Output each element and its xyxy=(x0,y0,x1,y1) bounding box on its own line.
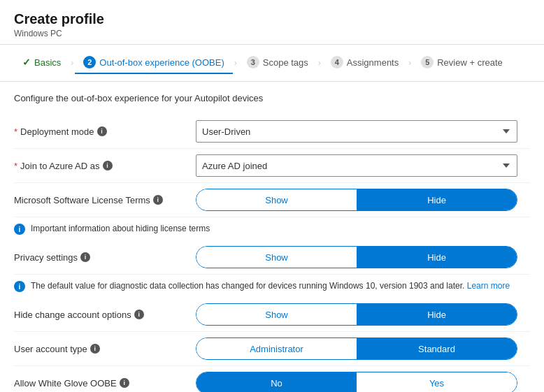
deployment-required-star: * xyxy=(14,126,17,137)
diagnostic-info-banner: i The default value for diagnostic data … xyxy=(14,275,530,298)
join-required-star: * xyxy=(14,161,17,171)
tab-assignments-label: Assignments xyxy=(347,57,399,68)
tab-assignments-number: 4 xyxy=(331,56,343,68)
hide-change-show-button[interactable]: Show xyxy=(196,304,357,325)
deployment-mode-control: User-Driven Self-Deploying xyxy=(196,120,530,143)
allow-white-glove-label: Allow White Glove OOBE i xyxy=(14,378,196,389)
diagnostic-info-text: The default value for diagnostic data co… xyxy=(31,280,510,292)
tab-scope-number: 3 xyxy=(247,56,259,68)
tab-basics[interactable]: ✓ Basics xyxy=(14,52,69,73)
privacy-settings-row: Privacy settings i Show Hide xyxy=(14,240,530,275)
page-title: Create profile xyxy=(14,11,530,27)
hide-change-account-control: Show Hide xyxy=(196,303,530,326)
user-account-type-control: Administrator Standard xyxy=(196,337,530,360)
allow-white-glove-yes-button[interactable]: Yes xyxy=(357,372,517,392)
diagnostic-info-icon: i xyxy=(14,281,25,292)
license-terms-label: Microsoft Software License Terms i xyxy=(14,195,196,205)
privacy-info-icon[interactable]: i xyxy=(80,252,90,262)
join-azure-row: * Join to Azure AD as i Azure AD joined … xyxy=(14,149,530,183)
user-account-type-label: User account type i xyxy=(14,344,196,354)
section-description: Configure the out-of-box experience for … xyxy=(14,93,530,103)
license-terms-row: Microsoft Software License Terms i Show … xyxy=(14,183,530,217)
tab-separator-4: › xyxy=(407,58,413,68)
license-hide-button[interactable]: Hide xyxy=(357,189,517,210)
hide-change-account-toggle: Show Hide xyxy=(196,303,517,326)
tab-assignments[interactable]: 4 Assignments xyxy=(322,52,407,74)
allow-white-glove-row: Allow White Glove OOBE i No Yes xyxy=(14,366,530,392)
page-header: Create profile Windows PC xyxy=(0,0,544,45)
wizard-tabs: ✓ Basics › 2 Out-of-box experience (OOBE… xyxy=(0,45,544,82)
tab-separator-2: › xyxy=(233,58,238,68)
license-show-button[interactable]: Show xyxy=(196,189,357,210)
join-azure-select[interactable]: Azure AD joined Hybrid Azure AD joined xyxy=(196,154,517,177)
allow-white-glove-info-icon[interactable]: i xyxy=(120,378,129,388)
tab-review-number: 5 xyxy=(421,56,434,68)
allow-white-glove-no-button[interactable]: No xyxy=(196,372,357,392)
allow-white-glove-toggle: No Yes xyxy=(196,372,517,392)
tab-scope[interactable]: 3 Scope tags xyxy=(238,52,317,74)
privacy-settings-toggle: Show Hide xyxy=(196,246,517,268)
user-account-info-icon[interactable]: i xyxy=(90,344,100,354)
main-content: Configure the out-of-box experience for … xyxy=(0,82,544,392)
privacy-hide-button[interactable]: Hide xyxy=(357,247,517,268)
license-info-banner: i Important information about hiding lic… xyxy=(14,217,530,240)
hide-change-info-icon[interactable]: i xyxy=(134,310,144,319)
license-info-text: Important information about hiding licen… xyxy=(31,223,210,235)
user-account-standard-button[interactable]: Standard xyxy=(357,338,517,359)
join-azure-control: Azure AD joined Hybrid Azure AD joined xyxy=(196,154,530,177)
join-info-icon[interactable]: i xyxy=(103,161,113,170)
deployment-mode-row: * Deployment mode i User-Driven Self-Dep… xyxy=(14,115,530,149)
tab-scope-label: Scope tags xyxy=(263,57,308,68)
hide-change-account-row: Hide change account options i Show Hide xyxy=(14,298,530,332)
deployment-mode-label: * Deployment mode i xyxy=(14,126,196,137)
tab-separator-1: › xyxy=(69,58,75,68)
checkmark-icon: ✓ xyxy=(22,57,31,68)
tab-oobe[interactable]: 2 Out-of-box experience (OOBE) xyxy=(75,52,232,74)
join-azure-label: * Join to Azure AD as i xyxy=(14,161,196,171)
tab-oobe-label: Out-of-box experience (OOBE) xyxy=(99,57,224,68)
tab-review-label: Review + create xyxy=(437,57,503,68)
tab-review[interactable]: 5 Review + create xyxy=(413,52,511,74)
tab-basics-label: Basics xyxy=(34,57,61,68)
hide-change-hide-button[interactable]: Hide xyxy=(357,304,517,325)
tab-oobe-number: 2 xyxy=(83,56,96,68)
license-terms-control: Show Hide xyxy=(196,189,530,211)
tab-separator-3: › xyxy=(317,58,322,68)
user-account-admin-button[interactable]: Administrator xyxy=(196,338,357,359)
deployment-mode-select[interactable]: User-Driven Self-Deploying xyxy=(196,120,517,143)
license-info-icon[interactable]: i xyxy=(153,195,163,205)
user-account-type-row: User account type i Administrator Standa… xyxy=(14,332,530,366)
license-info-banner-icon: i xyxy=(14,224,25,235)
hide-change-account-label: Hide change account options i xyxy=(14,310,196,320)
user-account-type-toggle: Administrator Standard xyxy=(196,337,517,360)
privacy-show-button[interactable]: Show xyxy=(196,247,357,268)
privacy-settings-label: Privacy settings i xyxy=(14,252,196,263)
deployment-info-icon[interactable]: i xyxy=(97,126,107,136)
allow-white-glove-control: No Yes xyxy=(196,372,530,392)
diagnostic-learn-more-link[interactable]: Learn more xyxy=(467,281,510,291)
license-terms-toggle: Show Hide xyxy=(196,189,517,211)
privacy-settings-control: Show Hide xyxy=(196,246,530,268)
page-subtitle: Windows PC xyxy=(14,29,530,38)
